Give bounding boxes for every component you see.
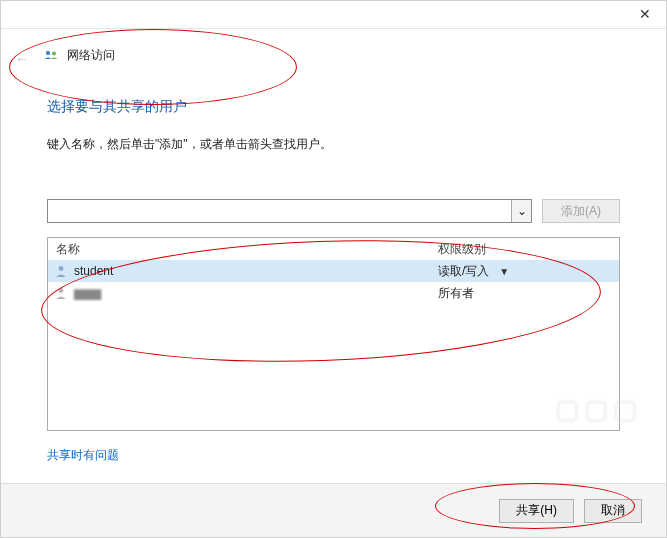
main-heading: 选择要与其共享的用户 (1, 64, 666, 116)
chevron-down-icon: ⌄ (517, 204, 527, 218)
table-header: 名称 权限级别 (48, 238, 619, 260)
back-arrow-icon[interactable]: ← (15, 51, 29, 67)
table-row[interactable]: ▆▆▆ 所有者 (48, 282, 619, 304)
permission-cell[interactable]: 读取/写入 ▼ (438, 263, 619, 280)
instruction-text: 键入名称，然后单击"添加"，或者单击箭头查找用户。 (1, 116, 666, 153)
dialog-title: 网络访问 (67, 47, 115, 64)
dialog-header: 网络访问 (1, 29, 666, 64)
svg-point-3 (59, 288, 64, 293)
svg-point-2 (59, 266, 64, 271)
svg-point-0 (46, 50, 50, 54)
user-cell: ▆▆▆ (48, 286, 438, 300)
user-name-input[interactable] (48, 200, 511, 222)
column-header-name[interactable]: 名称 (48, 241, 438, 258)
user-permission-table: 名称 权限级别 student 读取/写入 ▼ (47, 237, 620, 431)
share-dialog: ✕ ← 网络访问 选择要与其共享的用户 键入名称，然后单击"添加"，或者单击箭头… (0, 0, 667, 538)
cancel-button[interactable]: 取消 (584, 499, 642, 523)
user-name-label: ▆▆▆ (74, 286, 101, 300)
permission-label: 读取/写入 (438, 263, 489, 280)
permission-label: 所有者 (438, 285, 474, 302)
user-name-label: student (74, 264, 113, 278)
dialog-content: ← 网络访问 选择要与其共享的用户 键入名称，然后单击"添加"，或者单击箭头查找… (1, 29, 666, 483)
column-header-permission[interactable]: 权限级别 (438, 241, 619, 258)
share-button[interactable]: 共享(H) (499, 499, 574, 523)
titlebar: ✕ (1, 1, 666, 29)
dialog-footer: 共享(H) 取消 (1, 483, 666, 537)
user-combobox[interactable]: ⌄ (47, 199, 532, 223)
user-input-row: ⌄ 添加(A) (1, 153, 666, 223)
permission-dropdown-icon[interactable]: ▼ (499, 266, 509, 277)
add-button: 添加(A) (542, 199, 620, 223)
table-row[interactable]: student 读取/写入 ▼ (48, 260, 619, 282)
user-cell: student (48, 264, 438, 278)
svg-point-1 (52, 51, 56, 55)
permission-cell: 所有者 (438, 285, 619, 302)
combobox-dropdown-button[interactable]: ⌄ (511, 200, 531, 222)
user-icon (54, 286, 68, 300)
close-button[interactable]: ✕ (624, 1, 666, 27)
user-icon (54, 264, 68, 278)
network-access-icon (43, 48, 59, 64)
help-link[interactable]: 共享时有问题 (47, 447, 119, 464)
